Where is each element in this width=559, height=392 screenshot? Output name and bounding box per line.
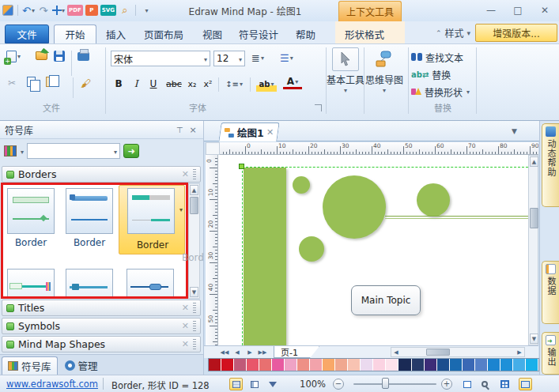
- grid-button[interactable]: [498, 378, 512, 390]
- tab-page-layout[interactable]: 页面布局: [139, 24, 188, 43]
- selection-handle[interactable]: [239, 164, 244, 169]
- palette-swatch-16[interactable]: [412, 359, 425, 371]
- palette-swatch-3[interactable]: [247, 359, 259, 371]
- close-button[interactable]: ✕: [534, 3, 556, 17]
- zoom-slider-thumb[interactable]: [382, 378, 389, 389]
- tab-view[interactable]: 视图: [198, 24, 227, 43]
- last-page-icon[interactable]: ▶▶: [257, 347, 268, 357]
- green-circle-right[interactable]: [417, 183, 450, 217]
- export-pdf-icon[interactable]: PDF: [67, 5, 83, 16]
- section-mind-map-shapes[interactable]: Mind Map Shapes ✕: [2, 336, 201, 352]
- palette-swatch-15[interactable]: [398, 359, 411, 371]
- border-item-1[interactable]: [7, 188, 55, 234]
- app-icon[interactable]: [2, 5, 13, 16]
- zoom-in-button[interactable]: +: [441, 379, 452, 390]
- new-document-button[interactable]: [6, 51, 21, 62]
- superscript-button[interactable]: x²: [201, 76, 215, 92]
- font-color-button[interactable]: A: [283, 76, 302, 89]
- style-control[interactable]: ⌃ 样式 ▾: [436, 26, 470, 40]
- tab-symbol-design[interactable]: 符号设计: [234, 24, 283, 43]
- border-item-5[interactable]: [66, 269, 113, 299]
- upgrade-button[interactable]: 增强版本...: [475, 24, 557, 42]
- font-size-combo[interactable]: 12: [213, 51, 245, 66]
- border-item-3[interactable]: [127, 188, 175, 234]
- save-button[interactable]: [54, 51, 65, 62]
- first-page-icon[interactable]: ◀◀: [219, 347, 230, 357]
- tab-insert[interactable]: 插入: [101, 24, 130, 43]
- border-item-6[interactable]: [127, 269, 174, 299]
- page-tab[interactable]: 页-1: [274, 346, 319, 358]
- scroll-up-icon[interactable]: ▲: [530, 156, 538, 167]
- tab-home[interactable]: 开始: [54, 24, 96, 43]
- green-rectangle-shape[interactable]: [244, 168, 286, 345]
- tab-output[interactable]: ➜ 输出: [542, 332, 559, 375]
- close-icon[interactable]: ✕: [182, 321, 189, 331]
- customize-toolbar-icon[interactable]: [140, 4, 153, 17]
- palette-swatch-5[interactable]: [272, 359, 285, 371]
- search-go-button[interactable]: ➜: [123, 144, 139, 158]
- palette-swatch-0[interactable]: [209, 359, 221, 371]
- scrollbar-thumb[interactable]: [426, 349, 450, 356]
- undo-icon[interactable]: ↶: [22, 4, 35, 17]
- scrollbar-thumb[interactable]: [190, 197, 198, 214]
- palette-swatch-18[interactable]: [437, 359, 450, 371]
- zoom-out-button[interactable]: −: [333, 379, 344, 390]
- print-button[interactable]: [77, 49, 89, 61]
- chevron-down-icon[interactable]: [238, 53, 242, 64]
- scroll-down-icon[interactable]: ▼: [190, 287, 198, 297]
- section-symbols[interactable]: Symbols ✕: [2, 318, 201, 334]
- palette-swatch-20[interactable]: [463, 359, 475, 371]
- align-button[interactable]: ≣: [251, 52, 264, 64]
- italic-button[interactable]: I: [130, 76, 142, 92]
- section-borders[interactable]: Borders ✕: [2, 166, 201, 183]
- palette-swatch-7[interactable]: [297, 359, 310, 371]
- chevron-down-icon[interactable]: [203, 53, 207, 64]
- previous-page-icon[interactable]: ◀: [232, 347, 243, 357]
- move-tool-icon[interactable]: [52, 4, 65, 17]
- next-page-icon[interactable]: ▶: [244, 347, 255, 357]
- palette-swatch-22[interactable]: [488, 359, 500, 371]
- close-icon[interactable]: ✕: [182, 169, 189, 179]
- normal-view-button[interactable]: [229, 378, 243, 390]
- green-circle-small-bottom[interactable]: [299, 236, 324, 262]
- border-item-4[interactable]: [7, 269, 55, 299]
- main-topic-shape[interactable]: Main Topic: [351, 285, 421, 315]
- grip-icon[interactable]: [193, 339, 196, 349]
- website-link[interactable]: www.edrawsoft.com: [6, 379, 98, 390]
- style-label[interactable]: 样式: [444, 26, 463, 40]
- palette-swatch-6[interactable]: [285, 359, 297, 371]
- section-titles[interactable]: Titles ✕: [2, 300, 201, 316]
- replace-button[interactable]: ab⇄ 替换: [411, 68, 451, 81]
- green-circle-small-top[interactable]: [293, 176, 310, 194]
- tab-dynamic-help[interactable]: 动态帮助: [542, 123, 559, 207]
- maximize-button[interactable]: □: [507, 3, 529, 17]
- redo-icon[interactable]: ↷: [37, 4, 50, 17]
- replace-shape-button[interactable]: 替换形状: [411, 85, 470, 98]
- close-icon[interactable]: [187, 124, 198, 135]
- highlight-button[interactable]: ab: [256, 76, 277, 92]
- tab-manage[interactable]: 管理: [59, 356, 104, 375]
- tab-symbol-library[interactable]: 符号库: [2, 356, 58, 375]
- palette-swatch-14[interactable]: [386, 359, 398, 371]
- canvas-horizontal-scrollbar[interactable]: ◀ ▶: [391, 347, 525, 357]
- grip-icon[interactable]: [193, 303, 196, 313]
- format-painter-button[interactable]: 🖌: [81, 77, 91, 89]
- scrollbar-thumb[interactable]: [530, 208, 538, 228]
- panel-scrollbar[interactable]: ▲ ▼: [188, 183, 200, 299]
- bold-button[interactable]: B: [112, 76, 125, 92]
- pin-icon[interactable]: [174, 124, 185, 135]
- chevron-down-icon[interactable]: [113, 145, 117, 156]
- palette-swatch-25[interactable]: [526, 359, 538, 371]
- palette-swatch-17[interactable]: [425, 359, 437, 371]
- canvas-vertical-scrollbar[interactable]: ▲ ▼: [528, 155, 538, 345]
- scroll-down-icon[interactable]: ▼: [530, 334, 538, 344]
- open-button[interactable]: [36, 51, 47, 60]
- find-text-button[interactable]: 查找文本: [411, 51, 463, 63]
- palette-swatch-13[interactable]: [373, 359, 386, 371]
- export-svg-icon[interactable]: SVG: [100, 5, 116, 16]
- palette-swatch-2[interactable]: [234, 359, 247, 371]
- library-search-combo[interactable]: [27, 143, 120, 159]
- underline-button[interactable]: U: [147, 76, 160, 92]
- scroll-right-icon[interactable]: ▶: [515, 348, 524, 356]
- zoom-slider-track[interactable]: [353, 383, 436, 385]
